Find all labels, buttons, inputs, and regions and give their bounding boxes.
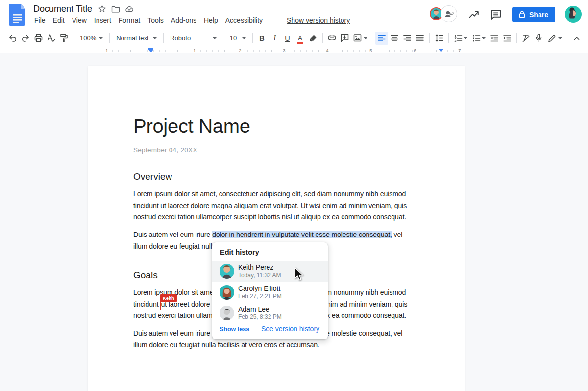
toolbar-divider: [223, 33, 223, 43]
text-selection-highlight: dolor in hendrerit in vulputate velit es…: [212, 231, 392, 238]
avatar-keith-perez: [220, 264, 234, 279]
menu-help[interactable]: Help: [203, 16, 219, 25]
remote-cursor-keith: Keith: [160, 293, 177, 302]
align-right-button[interactable]: [401, 32, 414, 45]
increase-indent-button[interactable]: [501, 32, 514, 45]
redo-button[interactable]: [19, 32, 32, 45]
edit-history-popup: Edit history Keith Perez Today, 11:32 AM: [212, 242, 328, 339]
insert-image-button[interactable]: [351, 32, 369, 45]
see-version-history-link[interactable]: See version history: [261, 325, 319, 333]
print-button[interactable]: [32, 32, 45, 45]
paragraph-style-select[interactable]: Normal text: [113, 32, 160, 45]
menu-edit[interactable]: Edit: [52, 16, 66, 25]
menu-view[interactable]: View: [71, 16, 88, 25]
toolbar-divider: [448, 33, 449, 43]
doc-date-text[interactable]: September 04, 20XX: [133, 146, 197, 154]
user-profile-avatar[interactable]: [565, 6, 582, 23]
star-icon[interactable]: [98, 5, 106, 13]
edit-timestamp: Feb 27, 2:21 PM: [238, 293, 282, 300]
ruler-number: 5: [369, 48, 372, 53]
align-left-button[interactable]: [375, 32, 388, 45]
mouse-cursor: [294, 267, 305, 282]
share-label: Share: [529, 11, 548, 19]
format-toolbar: 100% Normal text Roboto 10 B I U A: [0, 29, 588, 47]
chevron-down-icon: [153, 37, 157, 39]
chevron-down-icon: [364, 37, 368, 39]
justify-button[interactable]: [414, 32, 426, 45]
highlight-color-button[interactable]: [307, 32, 319, 45]
chevron-down-icon: [464, 37, 467, 39]
toolbar-divider: [322, 33, 323, 43]
bold-button[interactable]: B: [256, 32, 269, 45]
anonymous-viewers-icon[interactable]: [441, 5, 457, 22]
comment-icon[interactable]: [490, 9, 502, 21]
popup-title: Edit history: [220, 248, 259, 256]
goals-heading[interactable]: Goals: [133, 270, 158, 281]
editor-name: Adam Lee: [238, 305, 270, 313]
ruler-number: 1: [105, 48, 108, 53]
menu-file[interactable]: File: [33, 16, 47, 25]
right-indent-marker[interactable]: [439, 49, 443, 52]
menu-accessibility[interactable]: Accessibility: [224, 16, 264, 25]
toolbar-divider: [109, 33, 110, 43]
text-line: Duis autem vel eum iriure dolor in hendr…: [133, 229, 427, 241]
overview-heading[interactable]: Overview: [133, 171, 172, 182]
zoom-select[interactable]: 100%: [76, 32, 106, 45]
collapse-toolbar-button[interactable]: [570, 32, 583, 45]
editor-name: Carolyn Elliott: [238, 285, 280, 292]
font-size-select[interactable]: 10: [226, 32, 249, 45]
text-color-button[interactable]: A: [294, 32, 307, 45]
doc-title-text[interactable]: Project Name: [133, 115, 250, 137]
document-title[interactable]: Document Title: [33, 4, 92, 14]
ruler-number: 2: [239, 48, 241, 53]
italic-button[interactable]: I: [269, 32, 281, 45]
show-version-history-link[interactable]: Show version history: [287, 16, 350, 24]
menu-format[interactable]: Format: [118, 16, 141, 25]
lock-icon: [519, 11, 525, 18]
insert-link-button[interactable]: [326, 32, 339, 45]
folder-icon[interactable]: [111, 5, 120, 13]
clear-formatting-button[interactable]: [519, 32, 532, 45]
edit-history-entry[interactable]: Adam Lee Feb 25, 8:32 PM: [212, 303, 328, 323]
toolbar-divider: [163, 33, 164, 43]
editing-mode-button[interactable]: [545, 32, 564, 45]
chevron-down-icon: [482, 37, 486, 39]
ruler-number: 1: [193, 48, 196, 53]
cloud-check-icon[interactable]: [125, 5, 134, 13]
decrease-indent-button[interactable]: [488, 32, 501, 45]
voice-typing-button[interactable]: [532, 32, 545, 45]
menu-addons[interactable]: Add-ons: [170, 16, 197, 25]
overview-paragraph[interactable]: Lorem ipsum dolor sit amet, consectetuer…: [133, 188, 427, 223]
spellcheck-button[interactable]: [45, 32, 57, 45]
chevron-down-icon: [558, 37, 562, 39]
toolbar-divider: [429, 33, 430, 43]
undo-button[interactable]: [6, 32, 19, 45]
bulleted-list-button[interactable]: [470, 32, 488, 45]
share-button[interactable]: Share: [512, 7, 555, 22]
show-less-link[interactable]: Show less: [220, 326, 249, 333]
chevron-down-icon: [99, 37, 103, 39]
avatar-adam-lee: [220, 306, 234, 320]
numbered-list-button[interactable]: [452, 32, 470, 45]
left-indent-marker[interactable]: [148, 48, 153, 52]
toolbar-divider: [252, 33, 253, 43]
chevron-down-icon: [242, 37, 246, 39]
edit-history-entry[interactable]: Carolyn Elliott Feb 27, 2:21 PM: [212, 282, 328, 303]
text-line: illum dolore eu feugiat nulla facilisis …: [133, 339, 427, 351]
menu-insert[interactable]: Insert: [93, 16, 112, 25]
document-page[interactable]: Project Name September 04, 20XX Overview…: [88, 66, 465, 391]
text-line: Lorem ipsum dolor sit amet, consectetuer…: [133, 188, 427, 200]
align-center-button[interactable]: [388, 32, 401, 45]
document-canvas: Project Name September 04, 20XX Overview…: [0, 53, 588, 391]
edit-history-entry[interactable]: Keith Perez Today, 11:32 AM: [212, 261, 328, 282]
menu-tools[interactable]: Tools: [147, 16, 165, 25]
activity-icon[interactable]: [468, 9, 480, 21]
docs-logo-icon[interactable]: [9, 4, 25, 26]
toolbar-divider: [73, 33, 74, 43]
line-spacing-button[interactable]: [433, 32, 445, 45]
horizontal-ruler[interactable]: 1 1 2 3 4 5 6 7: [0, 47, 588, 53]
add-comment-button[interactable]: [339, 32, 351, 45]
font-select[interactable]: Roboto: [167, 32, 220, 45]
underline-button[interactable]: U: [281, 32, 294, 45]
paint-format-button[interactable]: [57, 32, 70, 45]
